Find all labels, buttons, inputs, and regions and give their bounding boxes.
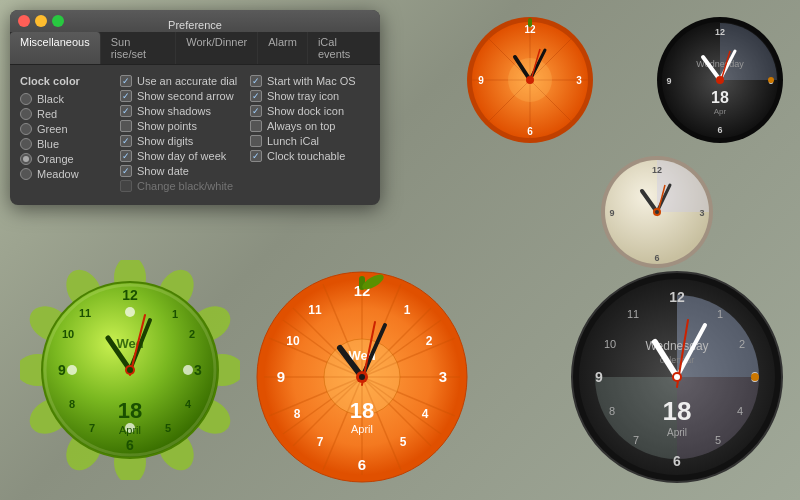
radio-meadow-circle[interactable]	[20, 168, 32, 180]
svg-point-29	[183, 365, 193, 375]
check-clock-touchable-box[interactable]	[250, 150, 262, 162]
dark-clock-large-svg: 12 3 6 9 1 2 4 5 7 8 10 11 Wednesday cal…	[570, 270, 785, 485]
check-tray-icon-box[interactable]	[250, 90, 262, 102]
svg-text:11: 11	[79, 307, 91, 319]
radio-blue[interactable]: Blue	[20, 138, 110, 150]
svg-text:9: 9	[58, 362, 66, 378]
check-shadows-label: Show shadows	[137, 105, 211, 117]
check-start-macos[interactable]: Start with Mac OS	[250, 75, 370, 87]
check-black-white[interactable]: Change black/white	[120, 180, 240, 192]
radio-black[interactable]: Black	[20, 93, 110, 105]
svg-text:6: 6	[673, 453, 681, 469]
green-clock-svg: 12 3 6 9 1 2 4 5 7 8 10 11 Wed 18 April	[20, 260, 240, 480]
svg-text:April: April	[667, 427, 687, 438]
pref-content: Clock color Black Red Green Blue Orange	[10, 65, 380, 205]
check-dock-icon-label: Show dock icon	[267, 105, 344, 117]
check-always-on-top-box[interactable]	[250, 120, 262, 132]
check-clock-touchable-label: Clock touchable	[267, 150, 345, 162]
check-start-macos-label: Start with Mac OS	[267, 75, 356, 87]
svg-text:10: 10	[604, 338, 616, 350]
check-date-label: Show date	[137, 165, 189, 177]
right-checkboxes: Start with Mac OS Show tray icon Show do…	[250, 75, 370, 195]
check-accurate-dial[interactable]: Use an accurate dial	[120, 75, 240, 87]
check-date[interactable]: Show date	[120, 165, 240, 177]
radio-meadow[interactable]: Meadow	[20, 168, 110, 180]
svg-text:11: 11	[627, 308, 639, 320]
svg-text:April: April	[119, 424, 141, 436]
svg-point-97	[751, 373, 759, 381]
svg-text:7: 7	[317, 435, 324, 449]
minimize-button[interactable]	[35, 15, 47, 27]
svg-text:12: 12	[652, 165, 662, 175]
svg-point-96	[674, 374, 680, 380]
check-digits-box[interactable]	[120, 135, 132, 147]
check-start-macos-box[interactable]	[250, 75, 262, 87]
radio-orange[interactable]: Orange	[20, 153, 110, 165]
check-day-of-week-box[interactable]	[120, 150, 132, 162]
check-dock-icon[interactable]: Show dock icon	[250, 105, 370, 117]
maximize-button[interactable]	[52, 15, 64, 27]
radio-orange-circle[interactable]	[20, 153, 32, 165]
dark-clock-large: 12 3 6 9 1 2 4 5 7 8 10 11 Wednesday cal…	[570, 270, 785, 485]
radio-blue-label: Blue	[37, 138, 59, 150]
check-lunch-ical-box[interactable]	[250, 135, 262, 147]
svg-text:18: 18	[118, 398, 142, 423]
check-tray-icon[interactable]: Show tray icon	[250, 90, 370, 102]
svg-text:3: 3	[194, 362, 202, 378]
check-shadows-box[interactable]	[120, 105, 132, 117]
svg-text:2: 2	[739, 338, 745, 350]
tab-sunrise[interactable]: Sun rise/set	[101, 32, 177, 64]
check-dock-icon-box[interactable]	[250, 105, 262, 117]
check-points-box[interactable]	[120, 120, 132, 132]
title-bar: Preference	[10, 10, 380, 32]
check-second-arrow[interactable]: Show second arrow	[120, 90, 240, 102]
check-second-arrow-box[interactable]	[120, 90, 132, 102]
svg-text:9: 9	[666, 76, 671, 86]
close-button[interactable]	[18, 15, 30, 27]
preference-panel: Preference Miscellaneous Sun rise/set Wo…	[10, 10, 380, 205]
svg-text:4: 4	[185, 398, 192, 410]
svg-text:6: 6	[654, 253, 659, 263]
check-black-white-box[interactable]	[120, 180, 132, 192]
check-day-of-week[interactable]: Show day of week	[120, 150, 240, 162]
small-dark-clock-svg: 12 3 6 9 Wednesday 18 Apr	[655, 15, 785, 145]
check-lunch-ical[interactable]: Lunch iCal	[250, 135, 370, 147]
svg-text:1: 1	[717, 308, 723, 320]
clock-color-label: Clock color	[20, 75, 110, 87]
tab-workdinner[interactable]: Work/Dinner	[176, 32, 258, 64]
svg-point-26	[125, 307, 135, 317]
radio-black-circle[interactable]	[20, 93, 32, 105]
svg-point-128	[768, 77, 774, 83]
small-orange-clock: 12 3 6 9	[465, 15, 595, 145]
tab-miscellaneous[interactable]: Miscellaneous	[10, 32, 101, 64]
check-clock-touchable[interactable]: Clock touchable	[250, 150, 370, 162]
tab-icalevents[interactable]: iCal events	[308, 32, 380, 64]
svg-text:8: 8	[609, 405, 615, 417]
svg-text:5: 5	[400, 435, 407, 449]
svg-point-113	[526, 76, 534, 84]
radio-blue-circle[interactable]	[20, 138, 32, 150]
check-accurate-dial-label: Use an accurate dial	[137, 75, 237, 87]
svg-text:9: 9	[478, 75, 484, 86]
svg-text:3: 3	[576, 75, 582, 86]
svg-text:6: 6	[358, 456, 366, 473]
check-black-white-label: Change black/white	[137, 180, 233, 192]
radio-green-circle[interactable]	[20, 123, 32, 135]
check-points[interactable]: Show points	[120, 120, 240, 132]
svg-text:4: 4	[737, 405, 743, 417]
radio-green[interactable]: Green	[20, 123, 110, 135]
radio-red[interactable]: Red	[20, 108, 110, 120]
svg-text:6: 6	[717, 125, 722, 135]
check-always-on-top[interactable]: Always on top	[250, 120, 370, 132]
check-accurate-dial-box[interactable]	[120, 75, 132, 87]
svg-point-37	[127, 367, 133, 373]
radio-red-label: Red	[37, 108, 57, 120]
check-shadows[interactable]: Show shadows	[120, 105, 240, 117]
svg-text:12: 12	[122, 287, 138, 303]
radio-red-circle[interactable]	[20, 108, 32, 120]
tab-alarm[interactable]: Alarm	[258, 32, 308, 64]
check-date-box[interactable]	[120, 165, 132, 177]
check-digits[interactable]: Show digits	[120, 135, 240, 147]
svg-rect-114	[528, 18, 532, 27]
svg-text:2: 2	[426, 334, 433, 348]
